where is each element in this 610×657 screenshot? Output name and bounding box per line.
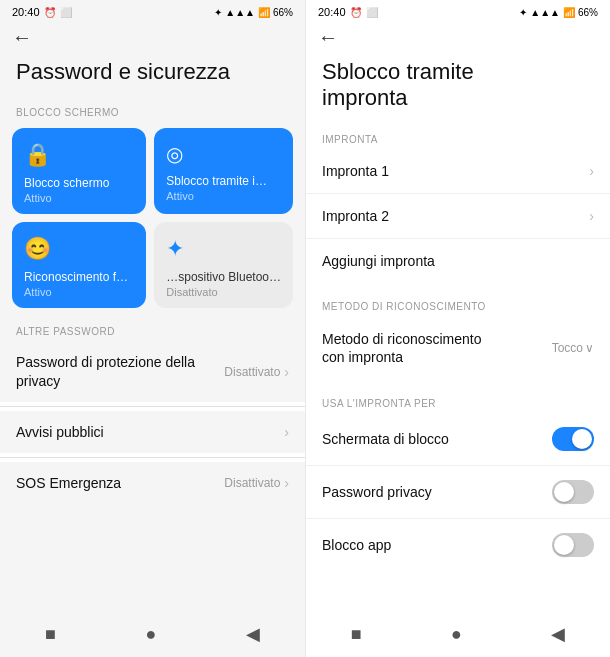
status-bar-right: 20:40 ⏰ ⬜ ✦ ▲▲▲ 📶 66% bbox=[306, 0, 610, 22]
impronta-list: Impronta 1 › Impronta 2 › Aggiungi impro… bbox=[306, 149, 610, 283]
time-left: 20:40 bbox=[12, 6, 40, 18]
avvisi-title: Avvisi pubblici bbox=[16, 423, 284, 441]
altre-password-list: Password di protezione della privacy Dis… bbox=[0, 341, 305, 504]
metodo-section-label: METODO DI RICONOSCIMENTO bbox=[306, 291, 610, 316]
wifi-icon-right: 📶 bbox=[563, 7, 575, 18]
metodo-value: Tocco ∨ bbox=[552, 341, 594, 355]
toggle-blocco-app[interactable]: Blocco app bbox=[306, 519, 610, 571]
screen-icon-right: ⬜ bbox=[366, 7, 378, 18]
toggle-knob-blocco bbox=[554, 535, 574, 555]
toggle-list: Schermata di blocco Password privacy Blo… bbox=[306, 413, 610, 571]
bottom-nav-left: ■ ● ◀ bbox=[0, 613, 305, 657]
sos-title: SOS Emergenza bbox=[16, 474, 224, 492]
section-label-blocco: BLOCCO SCHERMO bbox=[0, 97, 305, 124]
alarm-icon-right: ⏰ bbox=[350, 7, 362, 18]
impronta-section-label: IMPRONTA bbox=[306, 124, 610, 149]
toggle-blocco-switch[interactable] bbox=[552, 533, 594, 557]
toggle-knob-schermata bbox=[572, 429, 592, 449]
aggiungi-impronta-item[interactable]: Aggiungi impronta bbox=[306, 239, 610, 283]
nav-square-left[interactable]: ■ bbox=[45, 624, 56, 645]
toggle-password-privacy[interactable]: Password privacy bbox=[306, 466, 610, 519]
chevron-metodo: ∨ bbox=[585, 341, 594, 355]
toggle-password-switch[interactable] bbox=[552, 480, 594, 504]
chevron-icon-2: › bbox=[284, 424, 289, 440]
grid-status-bluetooth: Disattivato bbox=[166, 286, 281, 298]
blocco-app-label: Blocco app bbox=[322, 537, 391, 553]
bluetooth-icon: ✦ bbox=[214, 7, 222, 18]
metodo-title: Metodo di riconoscimento con impronta bbox=[322, 330, 482, 366]
security-grid: 🔒 Blocco schermo Attivo ◎ Sblocco tramit… bbox=[0, 124, 305, 316]
status-icons-left: ✦ ▲▲▲ 📶 66% bbox=[214, 7, 293, 18]
lock-icon: 🔒 bbox=[24, 142, 134, 168]
bluetooth-device-icon: ✦ bbox=[166, 236, 281, 262]
aggiungi-impronta-label: Aggiungi impronta bbox=[322, 253, 435, 269]
toggle-schermata[interactable]: Schermata di blocco bbox=[306, 413, 610, 466]
chevron-icon-3: › bbox=[284, 475, 289, 491]
grid-status-blocco: Attivo bbox=[24, 192, 134, 204]
nav-back-left[interactable]: ◀ bbox=[246, 623, 260, 645]
impronta-2-item[interactable]: Impronta 2 › bbox=[306, 194, 610, 239]
nav-circle-left[interactable]: ● bbox=[146, 624, 157, 645]
divider bbox=[0, 406, 305, 407]
battery-right: 66% bbox=[578, 7, 598, 18]
grid-title-sblocco: Sblocco tramite i… bbox=[166, 174, 281, 188]
list-item-password-privacy[interactable]: Password di protezione della privacy Dis… bbox=[0, 341, 305, 401]
nav-circle-right[interactable]: ● bbox=[451, 624, 462, 645]
back-button-right[interactable]: ← bbox=[318, 26, 338, 48]
toggle-knob-password bbox=[554, 482, 574, 502]
alarm-icon: ⏰ bbox=[44, 7, 56, 18]
divider-2 bbox=[0, 457, 305, 458]
screen-record-icon: ⬜ bbox=[60, 7, 72, 18]
chevron-impronta-2: › bbox=[589, 208, 594, 224]
page-title-left: Password e sicurezza bbox=[0, 55, 305, 97]
grid-status-riconoscimento: Attivo bbox=[24, 286, 134, 298]
right-panel: 20:40 ⏰ ⬜ ✦ ▲▲▲ 📶 66% ← Sblocco tramite … bbox=[305, 0, 610, 657]
impronta-1-item[interactable]: Impronta 1 › bbox=[306, 149, 610, 194]
password-privacy-title: Password di protezione della privacy bbox=[16, 353, 224, 389]
grid-title-riconoscimento: Riconoscimento f… bbox=[24, 270, 134, 284]
status-icons-right: ✦ ▲▲▲ 📶 66% bbox=[519, 7, 598, 18]
password-privacy-label: Password privacy bbox=[322, 484, 432, 500]
chevron-icon: › bbox=[284, 364, 289, 380]
password-privacy-status: Disattivato › bbox=[224, 364, 289, 380]
grid-status-sblocco: Attivo bbox=[166, 190, 281, 202]
metodo-row[interactable]: Metodo di riconoscimento con impronta To… bbox=[306, 316, 610, 380]
toggle-schermata-switch[interactable] bbox=[552, 427, 594, 451]
status-bar-left: 20:40 ⏰ ⬜ ✦ ▲▲▲ 📶 66% bbox=[0, 0, 305, 22]
top-bar-left: ← bbox=[0, 22, 305, 55]
face-icon: 😊 bbox=[24, 236, 134, 262]
grid-item-sblocco-impronta[interactable]: ◎ Sblocco tramite i… Attivo bbox=[154, 128, 293, 214]
usa-section-label: USA L'IMPRONTA PER bbox=[306, 388, 610, 413]
impronta-2-title: Impronta 2 bbox=[322, 208, 389, 224]
grid-title-blocco: Blocco schermo bbox=[24, 176, 134, 190]
grid-item-riconoscimento[interactable]: 😊 Riconoscimento f… Attivo bbox=[12, 222, 146, 308]
grid-item-blocco-schermo[interactable]: 🔒 Blocco schermo Attivo bbox=[12, 128, 146, 214]
section-label-altre: ALTRE PASSWORD bbox=[0, 316, 305, 341]
status-time-right: 20:40 ⏰ ⬜ bbox=[318, 6, 378, 18]
left-panel: 20:40 ⏰ ⬜ ✦ ▲▲▲ 📶 66% ← Password e sicur… bbox=[0, 0, 305, 657]
schermata-label: Schermata di blocco bbox=[322, 431, 449, 447]
signal-icon: ▲▲▲ bbox=[225, 7, 255, 18]
fingerprint-icon: ◎ bbox=[166, 142, 281, 166]
back-button-left[interactable]: ← bbox=[12, 26, 32, 48]
nav-back-right[interactable]: ◀ bbox=[551, 623, 565, 645]
list-item-avvisi[interactable]: Avvisi pubblici › bbox=[0, 411, 305, 453]
battery-left: 66% bbox=[273, 7, 293, 18]
nav-square-right[interactable]: ■ bbox=[351, 624, 362, 645]
top-bar-right: ← bbox=[306, 22, 610, 55]
time-right: 20:40 bbox=[318, 6, 346, 18]
bluetooth-icon-right: ✦ bbox=[519, 7, 527, 18]
grid-item-bluetooth[interactable]: ✦ …spositivo Bluetoo… Disattivato bbox=[154, 222, 293, 308]
chevron-impronta-1: › bbox=[589, 163, 594, 179]
grid-title-bluetooth: …spositivo Bluetoo… bbox=[166, 270, 281, 284]
wifi-icon: 📶 bbox=[258, 7, 270, 18]
list-item-sos[interactable]: SOS Emergenza Disattivato › bbox=[0, 462, 305, 504]
bottom-nav-right: ■ ● ◀ bbox=[306, 613, 610, 657]
impronta-1-title: Impronta 1 bbox=[322, 163, 389, 179]
status-time-left: 20:40 ⏰ ⬜ bbox=[12, 6, 72, 18]
page-title-right: Sblocco tramite impronta bbox=[306, 55, 610, 124]
signal-icon-right: ▲▲▲ bbox=[530, 7, 560, 18]
